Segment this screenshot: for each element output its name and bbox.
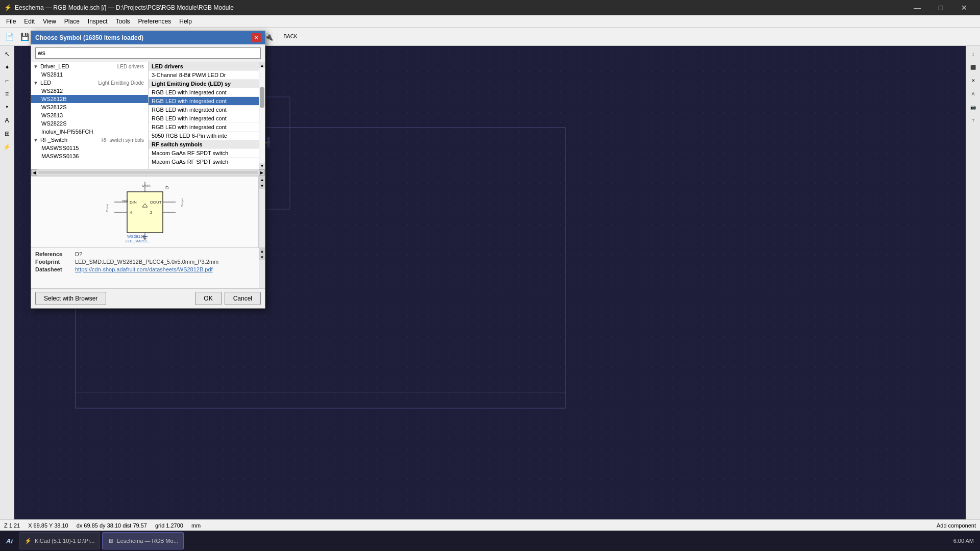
right-tool-6[interactable]: T (967, 114, 979, 127)
symbol-info-panel: Reference D? Footprint LED_SMD:LED_WS281… (31, 247, 265, 288)
select-tool[interactable]: ↖ (1, 48, 13, 60)
menu-preferences[interactable]: Preferences (134, 15, 176, 27)
new-button[interactable]: 📄 (2, 30, 16, 44)
junction-tool[interactable]: • (1, 101, 13, 113)
back-button[interactable]: BACK (280, 30, 301, 44)
footprint-value: LED_SMD:LED_WS2812B_PLCC4_5.0x5.0mm_P3.2… (75, 259, 218, 265)
desc-inolux[interactable]: 5050 RGB LED 6-Pin with inte (149, 132, 259, 140)
svg-text:4: 4 (130, 210, 132, 215)
list-vertical-scrollbar[interactable]: ▲ ▼ (259, 62, 265, 169)
menu-edit[interactable]: Edit (20, 15, 39, 27)
menu-inspect[interactable]: Inspect (84, 15, 112, 27)
menu-help[interactable]: Help (175, 15, 196, 27)
tree-item-ws2812s[interactable]: WS2812S (31, 103, 148, 111)
right-tool-4[interactable]: A (967, 88, 979, 100)
menu-place[interactable]: Place (60, 15, 84, 27)
info-scrollbar[interactable]: ▲ ▼ (259, 248, 265, 288)
title-bar-controls[interactable]: — □ ✕ (905, 0, 976, 15)
svg-text:Output: Output (181, 197, 184, 207)
menu-tools[interactable]: Tools (112, 15, 134, 27)
footprint-row: Footprint LED_SMD:LED_WS2812B_PLCC4_5.0x… (35, 259, 255, 265)
tree-item-ws2812b[interactable]: WS2812B (31, 95, 148, 103)
preview-scrollbar[interactable]: ▲ ▼ (259, 177, 265, 247)
taskbar-eeschema-label: Eeschema — RGB Mo... (116, 538, 178, 544)
info-scroll-up[interactable]: ▲ (259, 248, 265, 254)
minimize-button[interactable]: — (905, 0, 929, 15)
scroll-thumb[interactable] (260, 87, 264, 108)
right-tool-5[interactable]: 📷 (967, 101, 979, 113)
desc-ws2812[interactable]: RGB LED with integrated cont (149, 88, 259, 97)
group-desc-led: Light Emitting Diode (99, 80, 144, 86)
expand-icon-rf: ▼ (33, 137, 38, 143)
title-bar-left: ⚡ Eeschema — RGB Module.sch [/] — D:\Pro… (4, 4, 234, 11)
desc-led-header: Light Emitting Diode (LED) sy (149, 80, 259, 88)
dlg-scroll-left[interactable]: ◀ (31, 169, 37, 176)
taskbar-ai-label[interactable]: Ai (2, 537, 17, 545)
preview-scroll-down[interactable]: ▼ (259, 183, 265, 189)
tree-group-driver-led[interactable]: ▼ Driver_LED LED drivers (31, 62, 148, 70)
dlg-hscroll-track[interactable] (38, 171, 258, 174)
tree-item-ws2822s[interactable]: WS2822S (31, 119, 148, 128)
right-tool-2[interactable]: ⬛ (967, 61, 979, 73)
dlg-scroll-right[interactable]: ▶ (259, 169, 265, 176)
wire-tool[interactable]: ⌐ (1, 74, 13, 87)
desc-ws2811[interactable]: 3-Channel 8-Bit PWM LED Dr (149, 71, 259, 80)
right-tool-3[interactable]: ✕ (967, 74, 979, 87)
scroll-track[interactable] (259, 68, 265, 163)
datasheet-link[interactable]: https://cdn-shop.adafruit.com/datasheets… (75, 266, 213, 272)
desc-ws2822s[interactable]: RGB LED with integrated cont (149, 123, 259, 132)
expand-icon-led: ▼ (33, 80, 38, 86)
cancel-button[interactable]: Cancel (225, 292, 261, 305)
preview-scroll-up[interactable]: ▲ (259, 177, 265, 183)
desc-ws2813[interactable]: RGB LED with integrated cont (149, 114, 259, 123)
window-title: Eeschema — RGB Module.sch [/] — D:\Proje… (15, 4, 234, 11)
dialog-close-button[interactable]: ✕ (252, 33, 261, 42)
scroll-down-arrow[interactable]: ▼ (259, 163, 265, 169)
save-button[interactable]: 💾 (17, 30, 32, 44)
bus-tool[interactable]: ≡ (1, 88, 13, 100)
ok-button[interactable]: OK (195, 292, 221, 305)
reference-row: Reference D? (35, 251, 255, 257)
maximize-button[interactable]: □ (929, 0, 952, 15)
label-tool[interactable]: A (1, 114, 13, 127)
select-with-browser-button[interactable]: Select with Browser (35, 292, 106, 305)
tree-group-rf-switch[interactable]: ▼ RF_Switch RF switch symbols (31, 136, 148, 144)
symbol-description-list[interactable]: LED drivers 3-Channel 8-Bit PWM LED Dr L… (149, 62, 259, 169)
info-scroll-down[interactable]: ▼ (259, 254, 265, 260)
zoom-status: Z 1.21 (4, 522, 20, 529)
tree-item-maswss0115[interactable]: MASWSS0115 (31, 144, 148, 152)
dialog-search-area (31, 44, 265, 62)
coords-status: X 69.85 Y 38.10 (28, 522, 68, 529)
taskbar-eeschema[interactable]: 🖥 Eeschema — RGB Mo... (102, 532, 183, 549)
menu-view[interactable]: View (39, 15, 60, 27)
window-close-button[interactable]: ✕ (952, 0, 976, 15)
scroll-up-arrow[interactable]: ▲ (259, 62, 265, 68)
desc-ws2812s[interactable]: RGB LED with integrated cont (149, 106, 259, 114)
desc-ws2812b[interactable]: RGB LED with integrated cont (149, 97, 259, 106)
tree-item-ws2812[interactable]: WS2812 (31, 87, 148, 95)
power-tool[interactable]: ⚡ (1, 141, 13, 153)
symbol-tree-list[interactable]: ▼ Driver_LED LED drivers WS2811 ▼ LED Li… (31, 62, 149, 169)
add-component-tool[interactable]: ⊞ (1, 128, 13, 140)
menu-file[interactable]: File (2, 15, 20, 27)
svg-text:2: 2 (150, 210, 153, 215)
svg-text:Output: Output (266, 137, 271, 148)
tree-group-led[interactable]: ▼ LED Light Emitting Diode (31, 79, 148, 87)
tree-item-ws2811[interactable]: WS2811 (31, 70, 148, 79)
symbol-search-input[interactable] (35, 47, 261, 59)
tree-item-maswss0136[interactable]: MASWSS0136 (31, 152, 148, 160)
app-icon: ⚡ (4, 4, 12, 11)
desc-maswss0136[interactable]: Macom GaAs RF SPDT switch (149, 158, 259, 166)
highlight-tool[interactable]: ✦ (1, 61, 13, 73)
reference-value: D? (75, 251, 82, 257)
desc-maswss0115[interactable]: Macom GaAs RF SPDT switch (149, 149, 259, 158)
tree-item-ws2813[interactable]: WS2813 (31, 111, 148, 119)
right-tool-1[interactable]: ↕ (967, 48, 979, 60)
action-status: Add component (937, 522, 976, 529)
svg-text:VDD: VDD (142, 184, 151, 188)
dlg-hscroll-thumb[interactable] (38, 171, 258, 174)
tree-item-inolux[interactable]: Inolux_IN-PI556FCH (31, 128, 148, 136)
taskbar-kicad[interactable]: ⚡ KiCad (5.1.10)-1 D:\Pr... (19, 532, 100, 549)
dialog-horizontal-scrollbar[interactable]: ◀ ▶ (31, 169, 265, 176)
svg-text:LED_SMD:LE...: LED_SMD:LE... (126, 239, 151, 243)
